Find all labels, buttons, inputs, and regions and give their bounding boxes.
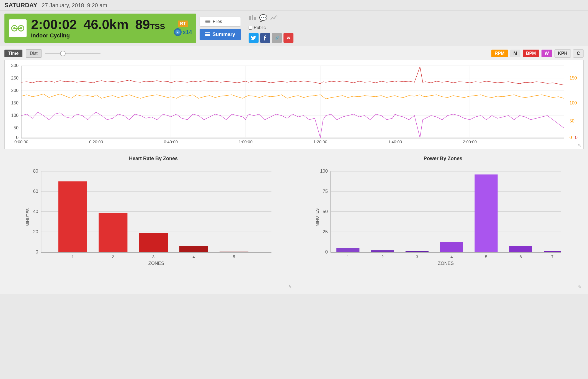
- activity-tss: 89TSS: [135, 18, 165, 31]
- activity-card: 2:00:02 46.0km 89TSS Indoor Cycling BT ★: [4, 14, 196, 43]
- bar-chart-icon[interactable]: [249, 14, 256, 22]
- svg-text:300: 300: [11, 63, 19, 68]
- time-button[interactable]: Time: [4, 50, 22, 57]
- svg-rect-14: [252, 15, 253, 20]
- svg-rect-95: [544, 251, 561, 252]
- svg-text:1: 1: [347, 255, 349, 259]
- svg-text:0:40:00: 0:40:00: [164, 139, 178, 144]
- svg-rect-11: [205, 34, 210, 35]
- email-button[interactable]: ✉: [283, 33, 293, 43]
- svg-text:2: 2: [112, 255, 114, 259]
- chart-range-slider[interactable]: [45, 53, 100, 54]
- heart-rate-svg: 80 60 40 20 0 MINUTES: [24, 165, 283, 276]
- activity-icon: [9, 19, 27, 37]
- svg-rect-16: [5, 60, 583, 149]
- medal-icon: ★: [174, 28, 182, 36]
- svg-text:7: 7: [551, 255, 553, 259]
- files-button[interactable]: Files: [200, 17, 241, 27]
- svg-text:200: 200: [11, 88, 19, 93]
- power-corner-icon: ✎: [578, 285, 581, 289]
- main-chart-section: Time Dist RPM M BPM W KPH C: [0, 46, 588, 294]
- svg-rect-89: [336, 248, 359, 252]
- svg-text:150: 150: [569, 76, 577, 80]
- svg-text:MINUTES: MINUTES: [25, 208, 30, 227]
- svg-text:1: 1: [72, 255, 74, 259]
- facebook-button[interactable]: [260, 33, 270, 43]
- svg-text:★: ★: [177, 31, 179, 34]
- svg-text:MINUTES: MINUTES: [315, 208, 319, 227]
- social-share: 🔗 ✉: [249, 33, 293, 43]
- svg-text:250: 250: [11, 76, 19, 80]
- svg-rect-90: [371, 250, 394, 252]
- svg-text:0:20:00: 0:20:00: [89, 139, 103, 144]
- public-checkbox[interactable]: Public: [249, 25, 293, 30]
- svg-text:50: 50: [14, 126, 19, 130]
- svg-text:100: 100: [320, 168, 328, 174]
- svg-rect-10: [205, 32, 210, 33]
- power-svg: 100 75 50 25 0 MINUTES: [313, 165, 572, 276]
- svg-rect-64: [58, 181, 87, 252]
- chart-corner-icon: ✎: [578, 143, 581, 148]
- svg-text:3: 3: [416, 255, 418, 259]
- svg-rect-66: [139, 233, 168, 252]
- svg-text:80: 80: [33, 168, 38, 174]
- svg-text:50: 50: [569, 119, 574, 123]
- bpm-button[interactable]: BPM: [523, 50, 539, 57]
- facebook-icon: [264, 35, 267, 40]
- svg-text:0: 0: [36, 249, 38, 255]
- svg-text:4: 4: [450, 255, 453, 259]
- summary-button[interactable]: Summary: [200, 29, 241, 40]
- svg-rect-68: [220, 252, 248, 252]
- files-icon: [205, 20, 210, 24]
- summary-icon: [205, 32, 210, 36]
- svg-text:5: 5: [233, 255, 235, 259]
- w-button[interactable]: W: [541, 50, 552, 57]
- svg-text:1:00:00: 1:00:00: [239, 139, 252, 144]
- svg-text:0: 0: [325, 249, 328, 255]
- svg-text:4: 4: [193, 255, 195, 259]
- svg-rect-7: [205, 20, 210, 21]
- header-day: SATURDAY: [4, 2, 37, 9]
- svg-rect-4: [14, 28, 22, 29]
- svg-text:40: 40: [33, 209, 38, 214]
- trend-icon[interactable]: [270, 14, 278, 22]
- power-chart: Power By Zones 100 75 50 25 0: [294, 151, 584, 291]
- svg-text:2: 2: [381, 255, 384, 259]
- svg-text:75: 75: [323, 189, 328, 194]
- svg-rect-9: [205, 22, 210, 23]
- social-section: 💬 Public 🔗 ✉: [249, 14, 293, 43]
- m-button[interactable]: M: [510, 50, 520, 57]
- c-button[interactable]: C: [573, 49, 584, 58]
- twitter-button[interactable]: [249, 33, 259, 43]
- svg-text:2:00:00: 2:00:00: [463, 139, 477, 144]
- svg-rect-67: [179, 246, 208, 252]
- dist-button[interactable]: Dist: [26, 49, 42, 58]
- activity-distance: 46.0km: [83, 18, 128, 31]
- power-title: Power By Zones: [313, 156, 572, 162]
- svg-rect-91: [406, 251, 429, 252]
- header-date: 27 January, 2018 9:20 am: [42, 2, 107, 9]
- svg-text:50: 50: [323, 209, 328, 214]
- twitter-icon: [251, 36, 256, 40]
- chart-legend: RPM M BPM W KPH C: [491, 49, 584, 58]
- time-series-svg: 300 250 200 150 100 50 0 150 100 50 0 0 …: [5, 60, 583, 149]
- comment-icon[interactable]: 💬: [259, 14, 267, 22]
- svg-rect-92: [440, 242, 463, 252]
- svg-text:0:00:00: 0:00:00: [14, 139, 28, 144]
- svg-text:25: 25: [323, 229, 328, 234]
- heart-rate-title: Heart Rate By Zones: [24, 156, 283, 162]
- chart-controls: Time Dist RPM M BPM W KPH C: [4, 49, 584, 58]
- link-button[interactable]: 🔗: [272, 33, 282, 43]
- kph-button[interactable]: KPH: [555, 49, 571, 58]
- svg-text:1:40:00: 1:40:00: [388, 139, 402, 144]
- svg-text:100: 100: [11, 113, 19, 118]
- activity-section: 2:00:02 46.0km 89TSS Indoor Cycling BT ★: [0, 11, 588, 46]
- public-input[interactable]: [249, 26, 252, 30]
- svg-rect-93: [474, 175, 497, 252]
- rpm-button[interactable]: RPM: [491, 50, 508, 57]
- svg-rect-13: [249, 16, 251, 20]
- bt-badge: BT: [178, 21, 188, 27]
- svg-text:60: 60: [33, 189, 38, 194]
- heart-rate-chart: Heart Rate By Zones 80 60 40 20 0: [4, 151, 294, 291]
- svg-text:150: 150: [11, 101, 19, 105]
